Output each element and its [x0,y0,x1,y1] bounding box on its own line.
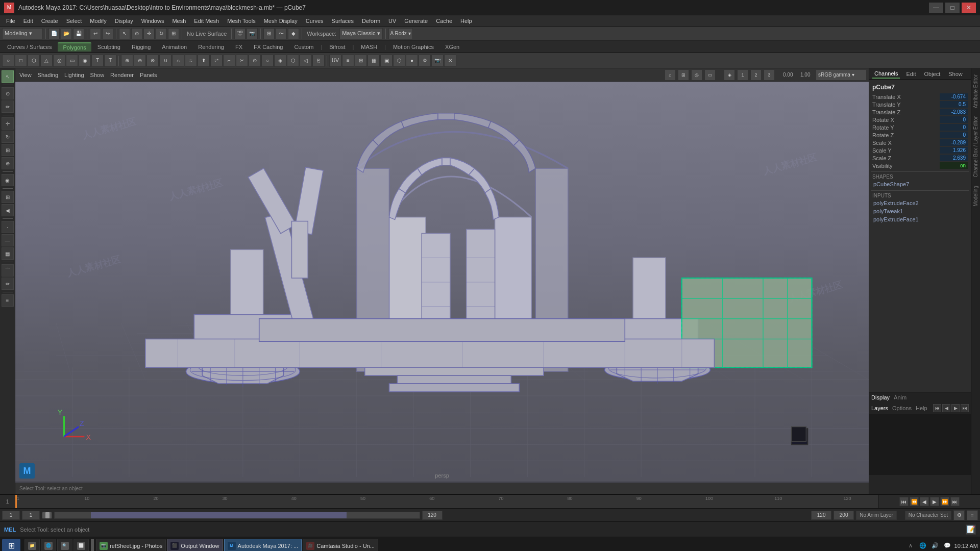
no-character-set-label[interactable]: No Character Set [905,511,951,520]
rotate-tool-button[interactable]: ↻ [156,28,167,39]
view-menu[interactable]: View [17,72,34,78]
tab-rendering[interactable]: Rendering [193,43,229,51]
visibility-value[interactable]: on [940,162,968,169]
scale-y-value[interactable]: 1.926 [940,147,968,154]
tab-rigging[interactable]: Rigging [127,43,156,51]
layer-skip-forward[interactable]: ⏭ [961,404,969,412]
lasso-select-button[interactable]: ⊙ [131,28,142,39]
shelf-icon-duplicate-face[interactable]: ⎘ [312,55,325,67]
show-manip-button[interactable]: ⊞ [2,191,14,203]
menu-edit[interactable]: Edit [19,17,37,25]
menu-file[interactable]: File [2,17,19,25]
redo-button[interactable]: ↪ [102,28,113,39]
shelf-icon-unfold[interactable]: ⊞ [355,55,367,67]
tab-xgen[interactable]: XGen [440,43,464,51]
taskbar-browser[interactable]: 🌐 [41,539,56,552]
cam-fit-button[interactable]: ⊞ [678,69,689,81]
menu-windows[interactable]: Windows [137,17,168,25]
start-frame-input[interactable] [2,511,20,520]
panels-menu[interactable]: Panels [138,72,159,78]
shelf-icon-automatic[interactable]: ⚙ [419,55,431,67]
shelf-icon-smooth[interactable]: ≈ [185,55,197,67]
display-quality-2[interactable]: 2 [750,69,762,81]
step-forward-button[interactable]: ⏩ [940,497,949,506]
tab-fx[interactable]: FX [230,43,248,51]
display-quality-1[interactable]: 1 [737,69,748,81]
skip-to-end-button[interactable]: ⏭ [950,497,960,506]
layer-skip-back[interactable]: ⏮ [933,404,941,412]
timeline-track[interactable]: 1 10 20 30 40 50 60 70 80 90 100 110 120 [15,495,878,508]
maximize-button[interactable]: □ [945,3,960,13]
tab-motion-graphics[interactable]: Motion Graphics [388,43,439,51]
shelf-icon-extrude[interactable]: ⬆ [198,55,210,67]
shelf-icon-cube[interactable]: □ [15,55,27,67]
tray-network-icon[interactable]: 🌐 [918,541,928,551]
no-anim-layer-label[interactable]: No Anim Layer [856,511,897,520]
tab-curves-surfaces[interactable]: Curves / Surfaces [2,43,57,51]
shelf-icon-cylinder[interactable]: ⬡ [28,55,40,67]
face-mode[interactable]: ▦ [2,247,14,260]
range-slider[interactable] [54,512,420,519]
minimize-button[interactable]: — [929,3,943,13]
menu-edit-mesh[interactable]: Edit Mesh [190,17,223,25]
lighting-menu[interactable]: Lighting [62,72,86,78]
tab-fx-caching[interactable]: FX Caching [249,43,288,51]
shelf-icon-spherical[interactable]: ● [406,55,418,67]
sculpt-button[interactable]: ⌒ [2,264,14,277]
menu-curves[interactable]: Curves [302,17,328,25]
renderer-menu[interactable]: Renderer [108,72,136,78]
taskbar-task-view[interactable]: ⬜ [74,539,89,552]
shelf-icon-poke[interactable]: ⬡ [287,55,299,67]
taskbar-search[interactable]: 🔍 [57,539,72,552]
scale-button[interactable]: ⊞ [2,144,14,156]
edge-mode[interactable]: — [2,234,14,246]
shelf-icon-target-weld[interactable]: ⊙ [249,55,261,67]
cam-select-button[interactable]: ◎ [691,69,702,81]
shelf-icon-separate[interactable]: ⊖ [134,55,146,67]
shelf-icon-disk[interactable]: ◉ [79,55,91,67]
snap-to-point-button[interactable]: ◆ [288,28,299,39]
tab-custom[interactable]: Custom [289,43,319,51]
shelf-icon-torus[interactable]: ◎ [53,55,65,67]
save-file-button[interactable]: 💾 [73,28,84,39]
rotate-z-value[interactable]: 0 [940,132,968,138]
menu-mesh-tools[interactable]: Mesh Tools [223,17,259,25]
shelf-icon-bool-union[interactable]: ∪ [159,55,172,67]
anim-blend-button[interactable]: ≡ [967,510,978,520]
taskbar-output-window[interactable]: ⬛ Output Window [167,539,223,552]
modeling-mode-dropdown[interactable]: Modeling ▾ [2,28,43,39]
shelf-icon-camera[interactable]: 📷 [431,55,444,67]
display-tab[interactable]: Display [871,394,890,400]
character-set-options-button[interactable]: ⚙ [953,510,965,520]
rotate-button[interactable]: ↻ [2,131,14,143]
cam-frame-button[interactable]: ▭ [704,69,716,81]
menu-mesh-display[interactable]: Mesh Display [260,17,302,25]
shelf-icon-planar-map[interactable]: ▣ [380,55,393,67]
workspace-dropdown[interactable]: Maya Classic ▾ [339,28,382,39]
paint-select-button[interactable]: ✏ [2,101,14,113]
scale-z-value[interactable]: 2.639 [940,155,968,161]
shape-item-1[interactable]: pCubeShape7 [871,180,969,188]
taskbar-photos[interactable]: 📷 refSheet.jpg - Photos [96,539,166,552]
current-frame-input[interactable] [22,511,40,520]
shelf-icon-uv-editor[interactable]: UV [329,55,341,67]
start-button[interactable]: ⊞ [2,539,20,552]
render-button[interactable]: 🎬 [234,28,246,39]
range-start-input[interactable] [811,511,831,520]
play-forward-button[interactable]: ▶ [930,497,939,506]
taskbar-file-manager[interactable]: 📁 [24,539,40,552]
menu-mesh[interactable]: Mesh [168,17,190,25]
shading-menu[interactable]: Shading [36,72,60,78]
tab-animation[interactable]: Animation [157,43,192,51]
shelf-icon-crease[interactable]: ≡ [342,55,354,67]
translate-z-value[interactable]: -2.083 [940,109,968,115]
taskbar-camtasia[interactable]: 🎥 Camtasia Studio - Un... [303,539,378,552]
ipr-render-button[interactable]: 📷 [247,28,258,39]
tab-polygons[interactable]: Polygons [58,42,91,52]
show-menu[interactable]: Show [88,72,107,78]
show-tab[interactable]: Show [946,70,965,78]
modeling-label[interactable]: Modeling [972,182,979,211]
shelf-icon-fill-hole[interactable]: ◈ [274,55,286,67]
3d-viewport[interactable]: 人人素材社区 人人素材社区 人人素材社区 人人素材社区 人人素材社区 [15,82,869,483]
options-label[interactable]: Options [892,405,912,411]
